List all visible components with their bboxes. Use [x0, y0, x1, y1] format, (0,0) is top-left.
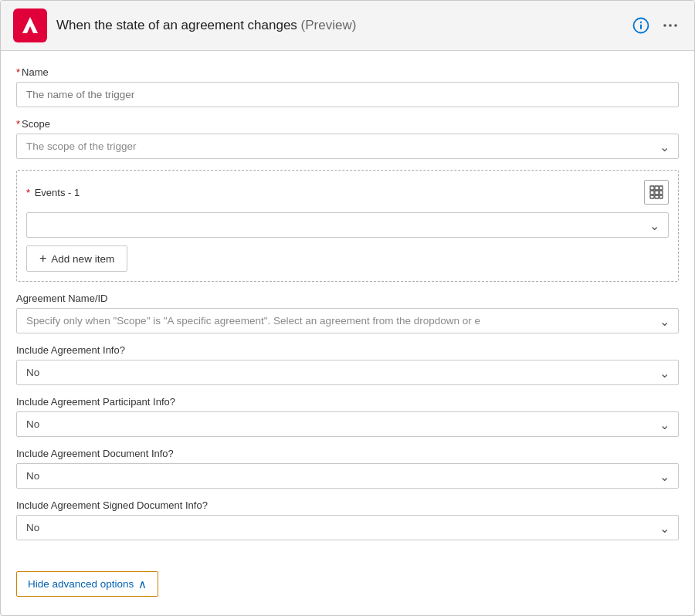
- include-document-info-select[interactable]: No Yes: [16, 463, 679, 489]
- svg-rect-13: [655, 195, 659, 198]
- include-agreement-info-select[interactable]: No Yes: [16, 360, 679, 385]
- include-participant-info-select[interactable]: No Yes: [16, 411, 679, 437]
- events-label: * Events - 1: [26, 187, 80, 198]
- svg-point-2: [640, 22, 642, 23]
- svg-rect-12: [650, 195, 654, 198]
- hide-advanced-options-button[interactable]: Hide advanced options ∧: [16, 571, 158, 597]
- info-icon: [632, 17, 649, 34]
- events-dropdown-row: ⌄: [26, 212, 669, 238]
- include-participant-info-field-group: Include Agreement Participant Info? No Y…: [16, 396, 679, 437]
- include-agreement-info-field-group: Include Agreement Info? No Yes ⌄: [16, 344, 679, 385]
- svg-rect-11: [659, 191, 663, 195]
- header-actions: [629, 14, 682, 37]
- hide-advanced-label: Hide advanced options: [28, 578, 134, 590]
- include-signed-document-info-select-wrapper: No Yes ⌄: [16, 515, 679, 540]
- include-participant-info-select-wrapper: No Yes ⌄: [16, 411, 679, 437]
- svg-rect-6: [650, 186, 654, 190]
- add-new-item-button[interactable]: + Add new item: [26, 245, 127, 272]
- events-grid-icon[interactable]: [644, 180, 669, 205]
- include-signed-document-info-label: Include Agreement Signed Document Info?: [16, 499, 679, 511]
- info-button[interactable]: [629, 14, 653, 37]
- scope-select-wrapper: The scope of the trigger ⌄: [16, 134, 679, 159]
- include-document-info-field-group: Include Agreement Document Info? No Yes …: [16, 448, 679, 489]
- add-item-label: Add new item: [51, 253, 114, 265]
- include-signed-document-info-select[interactable]: No Yes: [16, 515, 679, 540]
- agreement-name-id-field-group: Agreement Name/ID Specify only when "Sco…: [16, 293, 679, 333]
- grid-icon: [649, 185, 663, 199]
- name-label: *Name: [16, 66, 679, 78]
- events-header: * Events - 1: [26, 180, 669, 205]
- name-input[interactable]: [16, 82, 679, 107]
- svg-rect-10: [655, 191, 659, 195]
- events-select[interactable]: [26, 212, 669, 238]
- title-text: When the state of an agreement changes: [56, 18, 297, 32]
- svg-rect-7: [655, 186, 659, 190]
- include-document-info-select-wrapper: No Yes ⌄: [16, 463, 679, 489]
- include-agreement-info-select-wrapper: No Yes ⌄: [16, 360, 679, 385]
- trigger-card: When the state of an agreement changes (…: [0, 0, 695, 616]
- name-field-group: *Name: [16, 66, 679, 107]
- header-title: When the state of an agreement changes (…: [56, 18, 620, 33]
- more-options-button[interactable]: [659, 14, 682, 37]
- svg-rect-14: [659, 195, 663, 198]
- include-participant-info-label: Include Agreement Participant Info?: [16, 396, 679, 408]
- scope-select[interactable]: The scope of the trigger: [16, 134, 679, 159]
- svg-point-5: [674, 24, 677, 27]
- adobe-logo-icon: [19, 15, 41, 36]
- agreement-name-id-select-wrapper: Specify only when "Scope" is "A specific…: [16, 308, 679, 333]
- events-section: * Events - 1: [16, 170, 679, 282]
- agreement-name-id-select[interactable]: Specify only when "Scope" is "A specific…: [16, 308, 679, 333]
- include-document-info-label: Include Agreement Document Info?: [16, 448, 679, 459]
- preview-label: (Preview): [301, 18, 357, 32]
- svg-rect-9: [650, 191, 654, 195]
- include-agreement-info-label: Include Agreement Info?: [16, 344, 679, 356]
- events-select-wrapper: ⌄: [26, 212, 669, 238]
- scope-label: *Scope: [16, 118, 679, 130]
- svg-point-4: [669, 24, 672, 27]
- svg-rect-1: [640, 25, 642, 30]
- app-logo: [13, 8, 47, 42]
- svg-point-3: [663, 24, 666, 27]
- scope-field-group: *Scope The scope of the trigger ⌄: [16, 118, 679, 159]
- card-header: When the state of an agreement changes (…: [1, 1, 694, 51]
- svg-rect-8: [659, 186, 663, 190]
- include-signed-document-info-field-group: Include Agreement Signed Document Info? …: [16, 499, 679, 540]
- more-options-icon: [662, 17, 679, 34]
- form-content: *Name *Scope The scope of the trigger ⌄ …: [1, 51, 694, 615]
- plus-icon: +: [39, 252, 46, 265]
- agreement-name-id-label: Agreement Name/ID: [16, 293, 679, 304]
- chevron-up-icon: ∧: [138, 578, 147, 590]
